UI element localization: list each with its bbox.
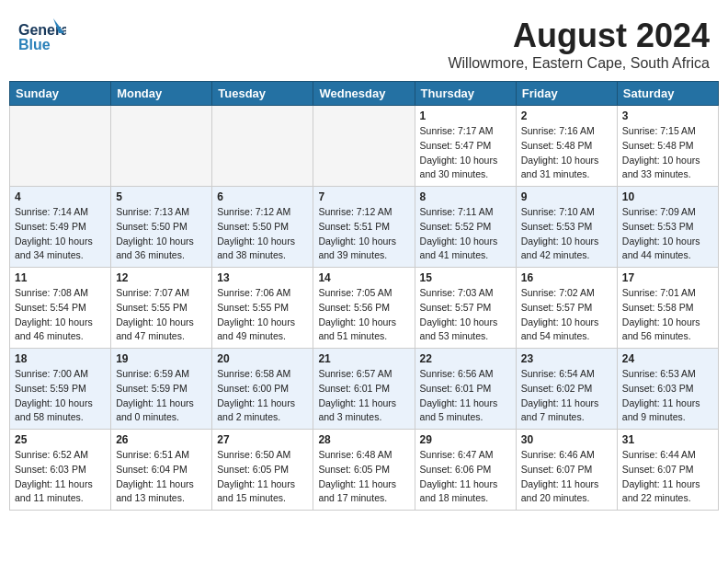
day-info: Sunrise: 6:59 AM Sunset: 5:59 PM Dayligh… bbox=[116, 367, 207, 425]
day-number: 13 bbox=[217, 271, 308, 284]
calendar-cell: 16Sunrise: 7:02 AM Sunset: 5:57 PM Dayli… bbox=[516, 268, 617, 349]
calendar-cell: 14Sunrise: 7:05 AM Sunset: 5:56 PM Dayli… bbox=[313, 268, 415, 349]
svg-text:Blue: Blue bbox=[18, 37, 51, 52]
day-info: Sunrise: 6:56 AM Sunset: 6:01 PM Dayligh… bbox=[420, 367, 511, 425]
day-header-friday: Friday bbox=[516, 82, 617, 106]
day-number: 6 bbox=[217, 190, 308, 203]
day-info: Sunrise: 6:47 AM Sunset: 6:06 PM Dayligh… bbox=[420, 448, 511, 506]
page-header: General Blue August 2024 Willowmore, Eas… bbox=[9, 9, 719, 75]
day-number: 3 bbox=[622, 109, 713, 122]
day-info: Sunrise: 6:58 AM Sunset: 6:00 PM Dayligh… bbox=[217, 367, 308, 425]
logo-icon: General Blue bbox=[18, 17, 66, 57]
calendar-cell: 28Sunrise: 6:48 AM Sunset: 6:05 PM Dayli… bbox=[313, 430, 415, 511]
calendar-cell: 17Sunrise: 7:01 AM Sunset: 5:58 PM Dayli… bbox=[617, 268, 718, 349]
day-header-saturday: Saturday bbox=[617, 82, 718, 106]
day-number: 22 bbox=[420, 352, 511, 365]
day-number: 11 bbox=[15, 271, 106, 284]
calendar-cell: 26Sunrise: 6:51 AM Sunset: 6:04 PM Dayli… bbox=[111, 430, 212, 511]
day-info: Sunrise: 7:02 AM Sunset: 5:57 PM Dayligh… bbox=[521, 286, 612, 344]
day-info: Sunrise: 7:14 AM Sunset: 5:49 PM Dayligh… bbox=[15, 205, 106, 263]
day-info: Sunrise: 6:50 AM Sunset: 6:05 PM Dayligh… bbox=[217, 448, 308, 506]
day-number: 1 bbox=[420, 109, 511, 122]
day-number: 29 bbox=[420, 433, 511, 446]
calendar-cell: 23Sunrise: 6:54 AM Sunset: 6:02 PM Dayli… bbox=[516, 349, 617, 430]
calendar-cell: 12Sunrise: 7:07 AM Sunset: 5:55 PM Dayli… bbox=[111, 268, 212, 349]
day-info: Sunrise: 6:54 AM Sunset: 6:02 PM Dayligh… bbox=[521, 367, 612, 425]
calendar-cell: 22Sunrise: 6:56 AM Sunset: 6:01 PM Dayli… bbox=[415, 349, 516, 430]
day-info: Sunrise: 6:46 AM Sunset: 6:07 PM Dayligh… bbox=[521, 448, 612, 506]
title-block: August 2024 Willowmore, Eastern Cape, So… bbox=[448, 17, 710, 72]
calendar-cell: 11Sunrise: 7:08 AM Sunset: 5:54 PM Dayli… bbox=[10, 268, 111, 349]
day-number: 26 bbox=[116, 433, 207, 446]
calendar-cell bbox=[10, 106, 111, 187]
day-info: Sunrise: 6:53 AM Sunset: 6:03 PM Dayligh… bbox=[622, 367, 713, 425]
calendar-cell: 18Sunrise: 7:00 AM Sunset: 5:59 PM Dayli… bbox=[10, 349, 111, 430]
day-number: 18 bbox=[15, 352, 106, 365]
logo: General Blue bbox=[18, 17, 66, 57]
calendar-cell: 9Sunrise: 7:10 AM Sunset: 5:53 PM Daylig… bbox=[516, 187, 617, 268]
day-number: 30 bbox=[521, 433, 612, 446]
day-header-monday: Monday bbox=[111, 82, 212, 106]
calendar-week-5: 25Sunrise: 6:52 AM Sunset: 6:03 PM Dayli… bbox=[10, 430, 719, 511]
day-number: 23 bbox=[521, 352, 612, 365]
calendar-table: SundayMondayTuesdayWednesdayThursdayFrid… bbox=[9, 81, 719, 511]
day-info: Sunrise: 7:06 AM Sunset: 5:55 PM Dayligh… bbox=[217, 286, 308, 344]
day-number: 4 bbox=[15, 190, 106, 203]
calendar-cell: 25Sunrise: 6:52 AM Sunset: 6:03 PM Dayli… bbox=[10, 430, 111, 511]
month-title: August 2024 bbox=[448, 17, 710, 55]
calendar-cell: 27Sunrise: 6:50 AM Sunset: 6:05 PM Dayli… bbox=[212, 430, 313, 511]
day-info: Sunrise: 7:11 AM Sunset: 5:52 PM Dayligh… bbox=[420, 205, 511, 263]
day-number: 8 bbox=[420, 190, 511, 203]
calendar-cell: 1Sunrise: 7:17 AM Sunset: 5:47 PM Daylig… bbox=[415, 106, 516, 187]
calendar-header-row: SundayMondayTuesdayWednesdayThursdayFrid… bbox=[10, 82, 719, 106]
calendar-week-1: 1Sunrise: 7:17 AM Sunset: 5:47 PM Daylig… bbox=[10, 106, 719, 187]
day-info: Sunrise: 6:44 AM Sunset: 6:07 PM Dayligh… bbox=[622, 448, 713, 506]
day-header-wednesday: Wednesday bbox=[313, 82, 415, 106]
day-number: 25 bbox=[15, 433, 106, 446]
day-info: Sunrise: 7:03 AM Sunset: 5:57 PM Dayligh… bbox=[420, 286, 511, 344]
calendar-cell bbox=[212, 106, 313, 187]
day-number: 31 bbox=[622, 433, 713, 446]
calendar-cell: 19Sunrise: 6:59 AM Sunset: 5:59 PM Dayli… bbox=[111, 349, 212, 430]
day-number: 7 bbox=[318, 190, 409, 203]
day-number: 17 bbox=[622, 271, 713, 284]
day-info: Sunrise: 7:17 AM Sunset: 5:47 PM Dayligh… bbox=[420, 124, 511, 182]
day-number: 16 bbox=[521, 271, 612, 284]
day-header-thursday: Thursday bbox=[415, 82, 516, 106]
day-number: 5 bbox=[116, 190, 207, 203]
day-header-sunday: Sunday bbox=[10, 82, 111, 106]
calendar-cell: 10Sunrise: 7:09 AM Sunset: 5:53 PM Dayli… bbox=[617, 187, 718, 268]
day-info: Sunrise: 6:51 AM Sunset: 6:04 PM Dayligh… bbox=[116, 448, 207, 506]
day-header-tuesday: Tuesday bbox=[212, 82, 313, 106]
day-info: Sunrise: 7:10 AM Sunset: 5:53 PM Dayligh… bbox=[521, 205, 612, 263]
calendar-cell bbox=[313, 106, 415, 187]
calendar-cell: 29Sunrise: 6:47 AM Sunset: 6:06 PM Dayli… bbox=[415, 430, 516, 511]
day-number: 20 bbox=[217, 352, 308, 365]
calendar-cell: 3Sunrise: 7:15 AM Sunset: 5:48 PM Daylig… bbox=[617, 106, 718, 187]
day-number: 12 bbox=[116, 271, 207, 284]
day-number: 2 bbox=[521, 109, 612, 122]
calendar-week-3: 11Sunrise: 7:08 AM Sunset: 5:54 PM Dayli… bbox=[10, 268, 719, 349]
day-number: 15 bbox=[420, 271, 511, 284]
calendar-cell: 20Sunrise: 6:58 AM Sunset: 6:00 PM Dayli… bbox=[212, 349, 313, 430]
day-info: Sunrise: 7:08 AM Sunset: 5:54 PM Dayligh… bbox=[15, 286, 106, 344]
calendar-cell: 5Sunrise: 7:13 AM Sunset: 5:50 PM Daylig… bbox=[111, 187, 212, 268]
day-number: 21 bbox=[318, 352, 409, 365]
calendar-cell: 8Sunrise: 7:11 AM Sunset: 5:52 PM Daylig… bbox=[415, 187, 516, 268]
calendar-week-2: 4Sunrise: 7:14 AM Sunset: 5:49 PM Daylig… bbox=[10, 187, 719, 268]
calendar-cell: 31Sunrise: 6:44 AM Sunset: 6:07 PM Dayli… bbox=[617, 430, 718, 511]
day-number: 9 bbox=[521, 190, 612, 203]
calendar-cell: 7Sunrise: 7:12 AM Sunset: 5:51 PM Daylig… bbox=[313, 187, 415, 268]
calendar-cell: 30Sunrise: 6:46 AM Sunset: 6:07 PM Dayli… bbox=[516, 430, 617, 511]
day-info: Sunrise: 7:09 AM Sunset: 5:53 PM Dayligh… bbox=[622, 205, 713, 263]
calendar-cell: 13Sunrise: 7:06 AM Sunset: 5:55 PM Dayli… bbox=[212, 268, 313, 349]
day-info: Sunrise: 7:16 AM Sunset: 5:48 PM Dayligh… bbox=[521, 124, 612, 182]
calendar-cell: 4Sunrise: 7:14 AM Sunset: 5:49 PM Daylig… bbox=[10, 187, 111, 268]
day-info: Sunrise: 7:00 AM Sunset: 5:59 PM Dayligh… bbox=[15, 367, 106, 425]
day-info: Sunrise: 7:05 AM Sunset: 5:56 PM Dayligh… bbox=[318, 286, 409, 344]
day-info: Sunrise: 7:13 AM Sunset: 5:50 PM Dayligh… bbox=[116, 205, 207, 263]
day-info: Sunrise: 7:15 AM Sunset: 5:48 PM Dayligh… bbox=[622, 124, 713, 182]
day-info: Sunrise: 7:01 AM Sunset: 5:58 PM Dayligh… bbox=[622, 286, 713, 344]
day-info: Sunrise: 7:12 AM Sunset: 5:51 PM Dayligh… bbox=[318, 205, 409, 263]
calendar-cell: 24Sunrise: 6:53 AM Sunset: 6:03 PM Dayli… bbox=[617, 349, 718, 430]
